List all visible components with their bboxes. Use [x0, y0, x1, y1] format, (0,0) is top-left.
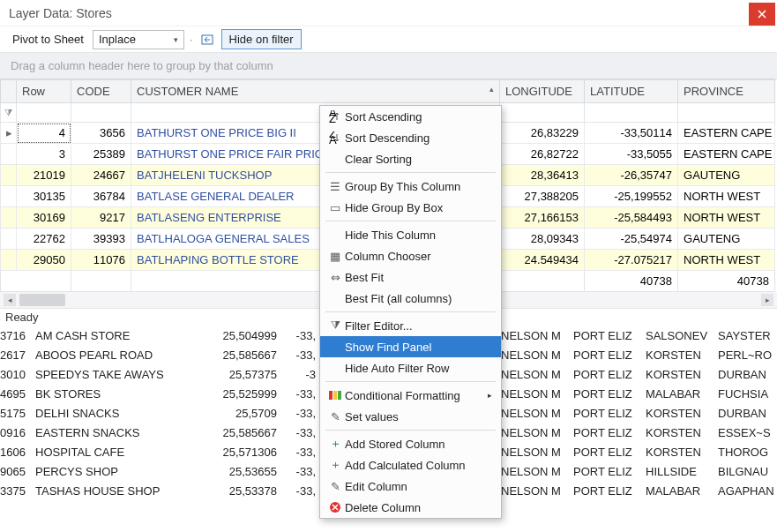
cell-province[interactable]: EASTERN CAPE — [678, 123, 775, 144]
add-icon: ＋ — [325, 436, 345, 452]
cell-code[interactable]: 36784 — [71, 186, 131, 207]
scroll-left-icon[interactable]: ◂ — [4, 294, 16, 306]
cell-row[interactable]: 22762 — [17, 229, 71, 250]
svg-rect-8 — [338, 391, 341, 400]
cell-province[interactable]: EASTERN CAPE — [678, 144, 775, 165]
svg-rect-7 — [333, 391, 337, 400]
col-header-latitude[interactable]: LATITUDE — [585, 80, 678, 103]
row-indicator-header[interactable] — [1, 80, 17, 103]
funnel-icon: ⧩ — [325, 318, 345, 333]
edit-icon: ✎ — [325, 480, 345, 493]
hide-on-filter-button[interactable]: Hide on filter — [221, 29, 302, 49]
cell-customer-name[interactable]: BATHURST ONE PRICE FAIR PRICE — [131, 144, 324, 165]
cell-longitude[interactable]: 28,36413 — [500, 165, 585, 186]
cell-latitude[interactable]: -33,5055 — [585, 144, 678, 165]
menu-set-values[interactable]: ✎Set values — [320, 406, 501, 427]
cell-latitude[interactable]: -33,50114 — [585, 123, 678, 144]
cell-row[interactable]: 21019 — [17, 165, 71, 186]
menu-separator — [325, 172, 496, 173]
col-header-province[interactable]: PROVINCE — [678, 80, 775, 103]
cell-code[interactable]: 25389 — [71, 144, 131, 165]
add-calc-icon: ＋ — [325, 457, 345, 473]
cell-row[interactable]: 30135 — [17, 186, 71, 207]
col-header-customer-name[interactable]: CUSTOMER NAME▴ — [131, 80, 500, 103]
cell-latitude[interactable]: -25,584493 — [585, 207, 678, 229]
cell-row[interactable]: 3 — [17, 144, 71, 165]
col-header-row[interactable]: Row — [17, 80, 71, 103]
menu-add-stored-column[interactable]: ＋Add Stored Column — [320, 433, 501, 454]
menu-sort-descending[interactable]: ZASort Descending — [320, 127, 501, 148]
menu-group-by-column[interactable]: ☰Group By This Column — [320, 176, 501, 197]
cell-longitude[interactable]: 24.549434 — [500, 250, 585, 271]
cell-latitude[interactable]: -27.075217 — [585, 250, 678, 271]
menu-separator — [325, 311, 496, 312]
menu-show-find-panel[interactable]: Show Find Panel — [320, 336, 501, 357]
cell-longitude[interactable]: 27,388205 — [500, 186, 585, 207]
menu-add-calculated-column[interactable]: ＋Add Calculated Column — [320, 454, 501, 476]
cell-row[interactable]: 4 — [17, 123, 71, 144]
cell-customer-name[interactable]: BATHURST ONE PRICE BIG II — [131, 123, 324, 144]
cell-row[interactable]: 29050 — [17, 250, 71, 271]
scroll-thumb[interactable] — [19, 294, 65, 306]
menu-best-fit[interactable]: ⇔Best Fit — [320, 266, 501, 288]
collapse-icon — [201, 34, 213, 46]
cond-fmt-icon — [325, 391, 345, 400]
row-indicator — [1, 165, 17, 186]
cell-customer-name[interactable]: BATLASENG ENTERPRISE — [131, 207, 324, 229]
cell-customer-name[interactable]: BATLASE GENERAL DEALER — [131, 186, 324, 207]
pivot-mode-combo[interactable]: Inplace ▾ — [93, 30, 184, 49]
group-by-panel[interactable]: Drag a column header here to group by th… — [0, 53, 777, 79]
filter-funnel-icon[interactable]: ⧩ — [1, 103, 17, 123]
cell-code[interactable]: 9217 — [71, 207, 131, 229]
cell-latitude[interactable]: -25,54974 — [585, 229, 678, 250]
close-button[interactable] — [749, 3, 775, 26]
filter-cell-code[interactable] — [71, 103, 131, 123]
cell-province[interactable]: GAUTENG — [678, 229, 775, 250]
cell-province[interactable]: NORTH WEST — [678, 250, 775, 271]
row-indicator — [1, 207, 17, 229]
cell-province[interactable]: NORTH WEST — [678, 207, 775, 229]
pivot-to-sheet-link[interactable]: Pivot to Sheet — [9, 31, 87, 48]
scroll-right-icon[interactable]: ▸ — [761, 294, 773, 306]
svg-rect-6 — [329, 391, 332, 400]
cell-customer-name[interactable]: BATJHELENI TUCKSHOP — [131, 165, 324, 186]
menu-hide-column[interactable]: Hide This Column — [320, 224, 501, 245]
menu-clear-sorting[interactable]: Clear Sorting — [320, 148, 501, 169]
cell-row[interactable]: 30169 — [17, 207, 71, 229]
cell-code[interactable]: 3656 — [71, 123, 131, 144]
summary-province: 40738 — [678, 271, 775, 292]
row-indicator — [1, 250, 17, 271]
cell-latitude[interactable]: -25,199552 — [585, 186, 678, 207]
filter-cell-latitude[interactable] — [585, 103, 678, 123]
menu-separator — [325, 381, 496, 382]
cell-code[interactable]: 39393 — [71, 229, 131, 250]
cell-longitude[interactable]: 27,166153 — [500, 207, 585, 229]
menu-best-fit-all[interactable]: Best Fit (all columns) — [320, 288, 501, 309]
menu-edit-column[interactable]: ✎Edit Column — [320, 476, 501, 497]
menu-conditional-formatting[interactable]: Conditional Formatting▸ — [320, 385, 501, 406]
menu-column-chooser[interactable]: ▦Column Chooser — [320, 245, 501, 266]
cell-longitude[interactable]: 26,82722 — [500, 144, 585, 165]
filter-cell-province[interactable] — [678, 103, 775, 123]
cell-province[interactable]: NORTH WEST — [678, 186, 775, 207]
col-header-code[interactable]: CODE — [71, 80, 131, 103]
menu-hide-auto-filter-row[interactable]: Hide Auto Filter Row — [320, 357, 501, 378]
cell-code[interactable]: 11076 — [71, 250, 131, 271]
menu-delete-column[interactable]: Delete Column — [320, 497, 501, 518]
cell-code[interactable]: 24667 — [71, 165, 131, 186]
cell-customer-name[interactable]: BATLHAPING BOTTLE STORE — [131, 250, 324, 271]
collapse-panel-button[interactable] — [198, 30, 216, 49]
cell-province[interactable]: GAUTENG — [678, 165, 775, 186]
cell-longitude[interactable]: 28,09343 — [500, 229, 585, 250]
cell-longitude[interactable]: 26,83229 — [500, 123, 585, 144]
column-chooser-icon: ▦ — [325, 250, 345, 263]
toolbar-separator: · — [190, 33, 193, 46]
col-header-longitude[interactable]: LONGITUDE — [500, 80, 585, 103]
cell-latitude[interactable]: -26,35747 — [585, 165, 678, 186]
filter-cell-longitude[interactable] — [500, 103, 585, 123]
menu-sort-ascending[interactable]: AZSort Ascending — [320, 106, 501, 127]
filter-cell-row[interactable] — [17, 103, 71, 123]
menu-filter-editor[interactable]: ⧩Filter Editor... — [320, 315, 501, 336]
menu-hide-group-box[interactable]: ▭Hide Group By Box — [320, 197, 501, 218]
cell-customer-name[interactable]: BATLHALOGA GENERAL SALES — [131, 229, 324, 250]
